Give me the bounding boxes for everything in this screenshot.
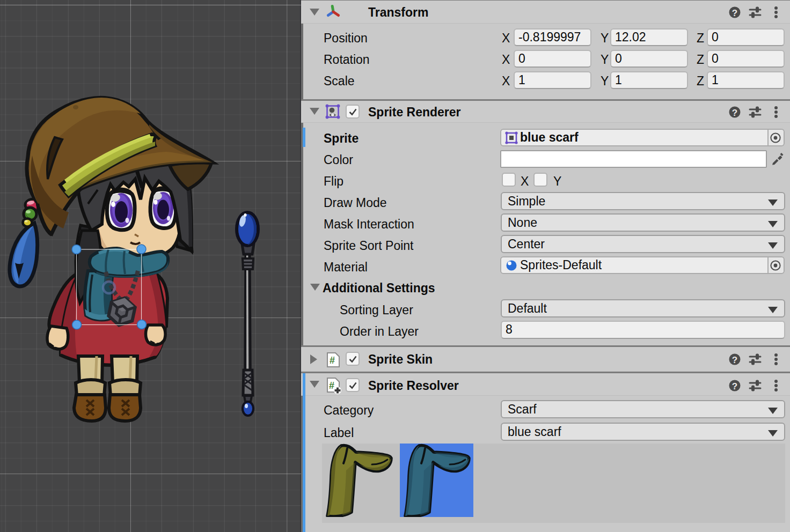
svg-text:?: ? — [732, 108, 737, 118]
svg-text:#: # — [329, 380, 334, 391]
svg-text:?: ? — [732, 8, 737, 18]
svg-text:?: ? — [732, 355, 737, 365]
svg-text:#: # — [330, 355, 335, 366]
svg-text:?: ? — [732, 381, 737, 391]
